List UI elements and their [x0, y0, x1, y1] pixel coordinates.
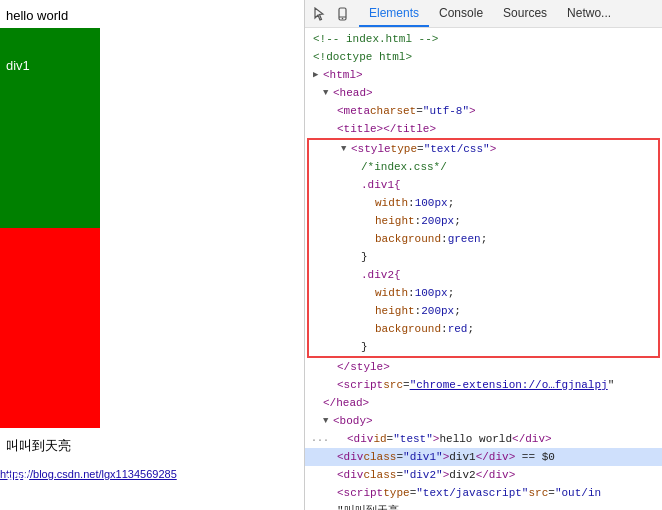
div2-label: div2: [6, 468, 30, 483]
mobile-icon[interactable]: [331, 3, 353, 25]
webpage-preview: hello world div1 div2 叫叫到天亮 https://blog…: [0, 0, 305, 510]
svg-marker-0: [315, 8, 323, 20]
code-line-html: ▶ <html>: [305, 66, 662, 84]
devtools-toolbar: Elements Console Sources Netwo...: [305, 0, 662, 28]
code-line-script-js: <script type="text/javascript" src="out/…: [305, 484, 662, 502]
div1-block: div1: [0, 28, 100, 228]
code-line-bottom-text: "叫叫到天亮: [305, 502, 662, 510]
tab-list: Elements Console Sources Netwo...: [359, 0, 621, 27]
code-line-div-test: ... <div id="test">hello world</div>: [305, 430, 662, 448]
code-line-div2-el: <div class="div2">div2</div>: [305, 466, 662, 484]
style-section-box: ▼ <style type="text/css"> /*index.css*/ …: [307, 138, 660, 358]
div2-block: div2: [0, 228, 100, 428]
code-line-div1-bg: background: green;: [309, 230, 658, 248]
cursor-icon[interactable]: [309, 3, 331, 25]
tab-console[interactable]: Console: [429, 0, 493, 27]
tab-elements[interactable]: Elements: [359, 0, 429, 27]
code-line-div2-width: width: 100px;: [309, 284, 658, 302]
devtools-panel: Elements Console Sources Netwo... <!-- i…: [305, 0, 662, 510]
code-line-css-comment: /*index.css*/: [309, 158, 658, 176]
tab-network[interactable]: Netwo...: [557, 0, 621, 27]
tab-sources[interactable]: Sources: [493, 0, 557, 27]
code-line-div1-close: }: [309, 248, 658, 266]
code-line-script-ext: <script src="chrome-extension://o…fgjnal…: [305, 376, 662, 394]
code-line-comment: <!-- index.html -->: [305, 30, 662, 48]
code-line-div2-sel: .div2{: [309, 266, 658, 284]
code-line-body: ▼ <body>: [305, 412, 662, 430]
bottom-text: 叫叫到天亮: [6, 437, 71, 455]
elements-panel[interactable]: <!-- index.html --> <!doctype html> ▶ <h…: [305, 28, 662, 510]
code-line-div2-height: height: 200px;: [309, 302, 658, 320]
code-line-div2-close: }: [309, 338, 658, 356]
div1-label: div1: [6, 58, 30, 73]
code-line-doctype: <!doctype html>: [305, 48, 662, 66]
code-line-div2-bg: background: red;: [309, 320, 658, 338]
code-line-head: ▼ <head>: [305, 84, 662, 102]
code-line-head-close: </head>: [305, 394, 662, 412]
code-line-title: <title></title>: [305, 120, 662, 138]
svg-point-3: [341, 17, 343, 19]
code-line-div1-height: height: 200px;: [309, 212, 658, 230]
code-line-div1-sel: .div1{: [309, 176, 658, 194]
code-line-style-open: ▼ <style type="text/css">: [309, 140, 658, 158]
code-line-meta: <meta charset="utf-8">: [305, 102, 662, 120]
code-line-div1-selected[interactable]: <div class="div1">div1</div> == $0: [305, 448, 662, 466]
hello-world-text: hello world: [6, 8, 68, 23]
code-line-style-close: </style>: [305, 358, 662, 376]
code-line-div1-width: width: 100px;: [309, 194, 658, 212]
